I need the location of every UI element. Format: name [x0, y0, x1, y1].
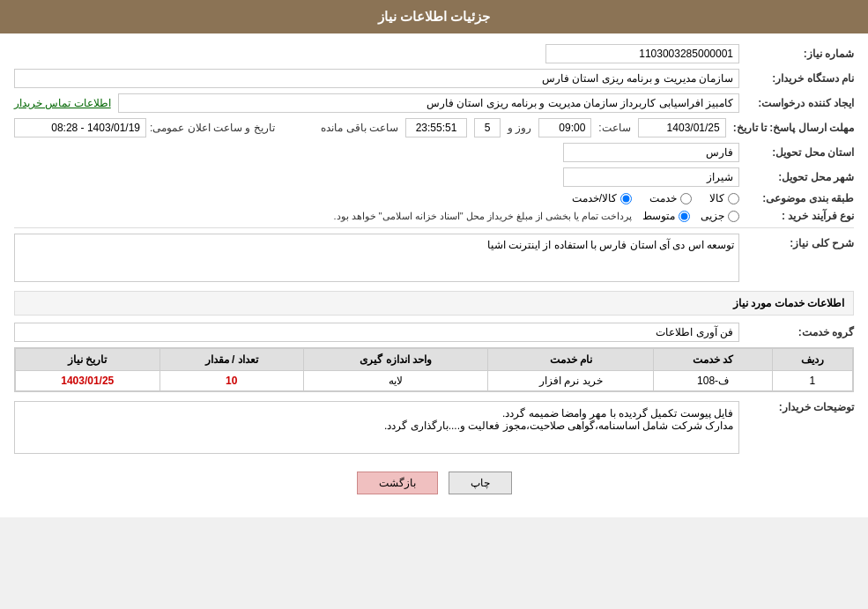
deadline-remaining: 23:55:51	[405, 118, 467, 137]
deadline-row: مهلت ارسال پاسخ: تا تاریخ: 1403/01/25 سا…	[14, 118, 854, 137]
deadline-days-label: روز و	[508, 122, 531, 134]
category-kala-item: کالا	[709, 192, 739, 204]
col-unit: واحد اندازه گیری	[303, 349, 487, 371]
procurement-note: پرداخت تمام یا بخشی از مبلغ خریداز محل "…	[333, 211, 632, 222]
description-value: توسعه اس دی آی استان فارس با استفاده از …	[14, 234, 739, 282]
city-label: شهر محل تحویل:	[739, 171, 854, 183]
city-value: شیراز	[563, 167, 739, 187]
province-value: فارس	[563, 143, 739, 162]
category-row: طبقه بندی موضوعی: کالا خدمت کالا/خدمت	[14, 192, 854, 204]
buyer-value: سازمان مدیریت و برنامه ریزی استان فارس	[14, 69, 739, 88]
cell-unit: لایه	[303, 371, 487, 391]
announcement-label: تاریخ و ساعت اعلان عمومی:	[150, 122, 275, 134]
deadline-label: مهلت ارسال پاسخ: تا تاریخ:	[726, 122, 854, 134]
service-group-label: گروه خدمت:	[739, 326, 854, 338]
need-number-row: شماره نیاز: 1103003285000001	[14, 44, 854, 63]
col-code: کد خدمت	[654, 349, 772, 371]
procurement-motovaset-label: متوسط	[642, 210, 675, 222]
description-row: شرح کلی نیاز: توسعه اس دی آی استان فارس …	[14, 234, 854, 282]
cell-name: خرید نرم افزار	[488, 371, 654, 391]
category-kala-label: کالا	[709, 192, 724, 204]
need-number-value: 1103003285000001	[545, 44, 739, 63]
category-kala-khadamat-item: کالا/خدمت	[572, 192, 632, 204]
page-header: جزئیات اطلاعات نیاز	[0, 0, 868, 33]
procurement-jozi-label: جزیی	[701, 210, 724, 222]
cell-code: ف-108	[654, 371, 772, 391]
procurement-row: نوع فرآیند خرید : جزیی متوسط پرداخت تمام…	[14, 210, 854, 222]
cell-row: 1	[772, 371, 852, 391]
deadline-days: 5	[474, 118, 501, 137]
province-label: استان محل تحویل:	[739, 146, 854, 159]
category-khadamat-radio[interactable]	[680, 193, 692, 204]
service-group-row: گروه خدمت: فن آوری اطلاعات	[14, 323, 854, 342]
procurement-motovaset-item: متوسط	[642, 210, 690, 222]
category-kala-khadamat-label: کالا/خدمت	[572, 192, 617, 204]
province-row: استان محل تحویل: فارس	[14, 143, 854, 162]
buyer-notes-line2: مدارک شرکت شامل اساسنامه،گواهی صلاحیت،مج…	[20, 420, 733, 432]
service-group-value: فن آوری اطلاعات	[14, 323, 739, 342]
category-khadamat-item: خدمت	[649, 192, 692, 204]
deadline-time-label: ساعت:	[598, 122, 630, 134]
deadline-date: 1403/01/25	[638, 118, 726, 137]
city-row: شهر محل تحویل: شیراز	[14, 167, 854, 187]
contact-link[interactable]: اطلاعات تماس خریدار	[14, 97, 111, 109]
announcement-value: 1403/01/19 - 08:28	[14, 118, 146, 137]
cell-date: 1403/01/25	[16, 371, 160, 391]
description-label: شرح کلی نیاز:	[739, 234, 854, 249]
buyer-notes-row: توضیحات خریدار: فایل پیوست تکمیل گردیده …	[14, 401, 854, 454]
creator-label: ایجاد کننده درخواست:	[739, 97, 854, 109]
content-area: شماره نیاز: 1103003285000001 نام دستگاه …	[0, 33, 868, 517]
services-table-container: ردیف کد خدمت نام خدمت واحد اندازه گیری ت…	[14, 347, 854, 392]
services-table: ردیف کد خدمت نام خدمت واحد اندازه گیری ت…	[15, 348, 853, 391]
buyer-row: نام دستگاه خریدار: سازمان مدیریت و برنام…	[14, 69, 854, 88]
deadline-remaining-label: ساعت باقی مانده	[321, 122, 398, 134]
creator-row: ایجاد کننده درخواست: کامبیز افراسیابی کا…	[14, 93, 854, 113]
col-quantity: تعداد / مقدار	[160, 349, 303, 371]
table-row: 1 ف-108 خرید نرم افزار لایه 10 1403/01/2…	[16, 371, 853, 391]
procurement-jozi-item: جزیی	[701, 210, 739, 222]
category-radio-group: کالا خدمت کالا/خدمت	[14, 192, 739, 204]
category-kala-radio[interactable]	[728, 193, 739, 204]
buyer-notes-line1: فایل پیوست تکمیل گردیده با مهر وامضا ضمی…	[20, 407, 733, 420]
page-container: جزئیات اطلاعات نیاز شماره نیاز: 11030032…	[0, 0, 868, 517]
buyer-notes-content: فایل پیوست تکمیل گردیده با مهر وامضا ضمی…	[14, 401, 739, 454]
cell-quantity: 10	[160, 371, 303, 391]
back-button[interactable]: بازگشت	[357, 472, 438, 494]
print-button[interactable]: چاپ	[449, 472, 512, 494]
col-row: ردیف	[772, 349, 852, 371]
col-name: نام خدمت	[488, 349, 654, 371]
buyer-notes-label: توضیحات خریدار:	[739, 401, 854, 413]
buyer-label: نام دستگاه خریدار:	[739, 72, 854, 85]
procurement-jozi-radio[interactable]	[728, 211, 739, 222]
col-date: تاریخ نیاز	[16, 349, 160, 371]
procurement-options: جزیی متوسط پرداخت تمام یا بخشی از مبلغ خ…	[14, 210, 739, 222]
divider-1	[14, 227, 854, 228]
page-title: جزئیات اطلاعات نیاز	[378, 9, 490, 24]
category-khadamat-label: خدمت	[649, 192, 677, 204]
deadline-time: 09:00	[538, 118, 591, 137]
procurement-label: نوع فرآیند خرید :	[739, 210, 854, 222]
need-number-label: شماره نیاز:	[739, 48, 854, 60]
creator-value: کامبیز افراسیابی کاربرداز سازمان مدیریت …	[118, 93, 739, 113]
category-kala-khadamat-radio[interactable]	[620, 193, 632, 204]
services-section-header: اطلاعات خدمات مورد نیاز	[14, 291, 854, 316]
buttons-row: چاپ بازگشت	[14, 463, 854, 507]
procurement-motovaset-radio[interactable]	[679, 211, 690, 222]
category-label: طبقه بندی موضوعی:	[739, 192, 854, 204]
